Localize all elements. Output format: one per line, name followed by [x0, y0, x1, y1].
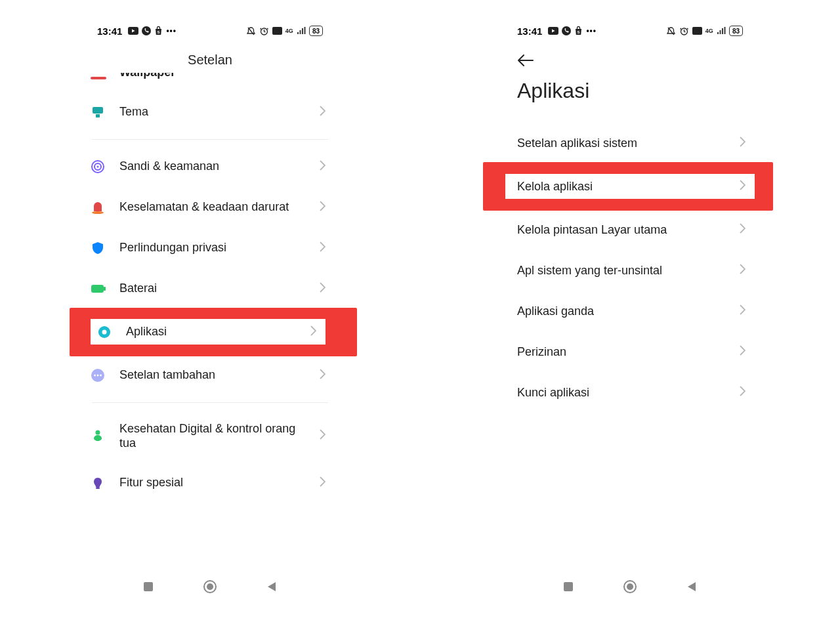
settings-row-baterai[interactable]: Baterai	[79, 268, 341, 309]
youtube-icon	[548, 27, 558, 35]
gear-icon	[97, 325, 112, 339]
row-label: Aplikasi ganda	[517, 304, 740, 319]
chevron-right-icon	[740, 180, 746, 193]
bag-icon: S	[154, 26, 163, 35]
apps-row-unsintal[interactable]: Apl sistem yang ter-unsintal	[499, 250, 761, 291]
settings-list: Wallpaper Tema Sandi & keamanan Keselama…	[79, 73, 341, 503]
row-label: Kesehatan Digital & kontrol orang tua	[119, 421, 320, 451]
chevron-right-icon	[320, 160, 326, 173]
dnd-icon	[246, 26, 256, 36]
settings-row-privasi[interactable]: Perlindungan privasi	[79, 228, 341, 268]
svg-rect-4	[272, 27, 282, 35]
svg-point-15	[102, 329, 107, 334]
alarm-status-icon	[259, 26, 269, 36]
svg-point-1	[142, 26, 151, 35]
row-label: Perizinan	[517, 345, 740, 360]
more-notifications-icon: •••	[166, 26, 177, 35]
svg-point-11	[92, 211, 104, 214]
dnd-icon	[666, 26, 676, 36]
chevron-right-icon	[740, 386, 746, 399]
chevron-right-icon	[310, 326, 316, 339]
page-title: Setelan	[79, 42, 341, 73]
apps-row-pintasan[interactable]: Kelola pintasan Layar utama	[499, 209, 761, 250]
network-4g-icon: 4G	[705, 28, 713, 34]
alarm-status-icon	[679, 26, 689, 36]
volte-icon	[272, 27, 282, 35]
divider	[92, 402, 328, 403]
chevron-right-icon	[740, 136, 746, 150]
svg-rect-13	[104, 287, 106, 291]
status-bar: 13:41 S ••• 4G 83	[499, 20, 761, 42]
youtube-icon	[128, 27, 138, 35]
phone-screen-1: 13:41 S ••• 4G 83 Setelan Wallpaper Tema	[79, 20, 341, 604]
svg-rect-21	[96, 487, 100, 489]
wellbeing-icon	[91, 429, 105, 443]
row-label: Aplikasi	[126, 324, 310, 339]
phone-icon	[142, 26, 151, 35]
row-label: Perlindungan privasi	[119, 240, 320, 255]
back-button[interactable]	[499, 42, 761, 75]
chevron-right-icon	[740, 264, 746, 277]
settings-row-sandi[interactable]: Sandi & keamanan	[79, 146, 341, 187]
apps-row-kelola[interactable]: Kelola aplikasi	[499, 166, 761, 207]
nav-back-button[interactable]	[265, 580, 278, 596]
settings-row-kesehatan[interactable]: Kesehatan Digital & kontrol orang tua	[79, 410, 341, 463]
chevron-right-icon	[740, 345, 746, 358]
chevron-right-icon	[320, 429, 326, 442]
apps-row-perizinan[interactable]: Perizinan	[499, 331, 761, 372]
apps-row-kunci[interactable]: Kunci aplikasi	[499, 372, 761, 413]
row-label: Kelola aplikasi	[517, 179, 740, 194]
more-notifications-icon: •••	[586, 26, 597, 35]
nav-home-button[interactable]	[202, 579, 218, 597]
nav-back-button[interactable]	[685, 580, 698, 596]
page-title: Aplikasi	[499, 75, 761, 123]
bag-icon: S	[574, 26, 583, 35]
svg-rect-30	[564, 582, 573, 591]
svg-rect-6	[93, 107, 103, 114]
battery-indicator: 83	[729, 26, 743, 36]
svg-rect-5	[91, 77, 106, 79]
nav-recent-button[interactable]	[562, 580, 575, 596]
more-icon	[91, 368, 105, 383]
row-label: Baterai	[119, 281, 320, 296]
settings-row-keselamatan[interactable]: Keselamatan & keadaan darurat	[79, 187, 341, 228]
row-label: Wallpaper	[119, 73, 326, 88]
svg-point-17	[94, 374, 96, 376]
status-bar: 13:41 S ••• 4G 83	[79, 20, 341, 42]
svg-point-19	[100, 374, 102, 376]
signal-icon	[717, 27, 726, 35]
nav-recent-button[interactable]	[142, 580, 155, 596]
chevron-right-icon	[320, 201, 326, 214]
divider	[92, 139, 328, 140]
apps-row-ganda[interactable]: Aplikasi ganda	[499, 291, 761, 331]
svg-point-32	[627, 583, 633, 590]
row-label: Kunci aplikasi	[517, 385, 740, 400]
shield-icon	[91, 241, 105, 255]
svg-rect-29	[692, 27, 702, 35]
apps-row-sistem[interactable]: Setelan aplikasi sistem	[499, 123, 761, 163]
nav-home-button[interactable]	[622, 579, 638, 597]
chevron-right-icon	[320, 369, 326, 382]
settings-row-aplikasi[interactable]: Aplikasi	[79, 312, 341, 352]
apps-list: Setelan aplikasi sistem Kelola aplikasi …	[499, 123, 761, 413]
svg-point-20	[96, 430, 100, 435]
chevron-right-icon	[320, 282, 326, 295]
row-label: Sandi & keamanan	[119, 159, 320, 174]
chevron-right-icon	[320, 242, 326, 255]
settings-row-spesial[interactable]: Fitur spesial	[79, 463, 341, 503]
svg-rect-12	[91, 285, 104, 293]
settings-row-tambahan[interactable]: Setelan tambahan	[79, 355, 341, 396]
phone-icon	[562, 26, 571, 35]
nav-bar	[499, 566, 761, 604]
volte-icon	[692, 27, 702, 35]
row-label: Keselamatan & keadaan darurat	[119, 200, 320, 215]
settings-row-wallpaper[interactable]: Wallpaper	[79, 73, 341, 92]
row-label: Apl sistem yang ter-unsintal	[517, 263, 740, 278]
battery-icon	[91, 284, 106, 294]
row-label: Setelan tambahan	[119, 368, 320, 383]
row-label: Fitur spesial	[119, 475, 320, 490]
chevron-right-icon	[740, 304, 746, 318]
wallpaper-icon	[91, 77, 106, 83]
phone-screen-2: 13:41 S ••• 4G 83 Aplikasi Setelan aplik…	[499, 20, 761, 604]
settings-row-tema[interactable]: Tema	[79, 92, 341, 133]
